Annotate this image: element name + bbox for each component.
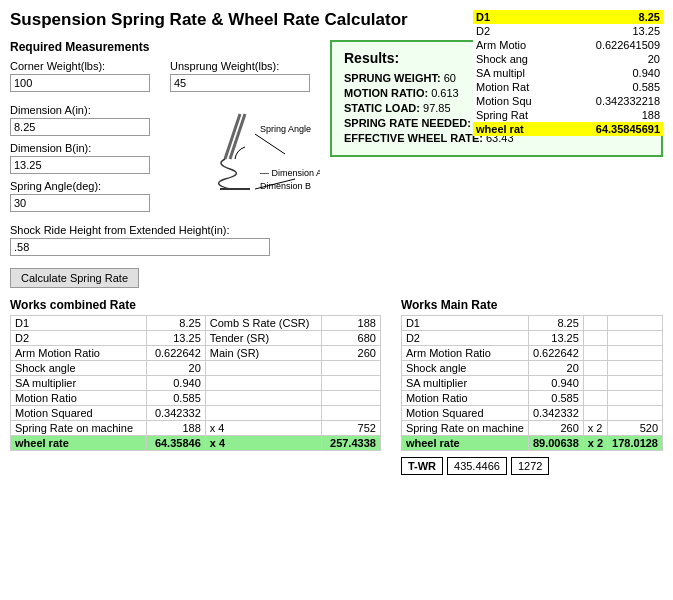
motion-ratio-label: MOTION RATIO:	[344, 87, 428, 99]
row-label: Arm Motion Ratio	[401, 346, 528, 361]
side-row-label: Motion Rat	[473, 80, 562, 94]
row-label: D1	[11, 316, 147, 331]
side-row-value: 188	[562, 108, 663, 122]
row-label: Motion Squared	[11, 406, 147, 421]
row-label: Spring Rate on machine	[11, 421, 147, 436]
dim-a-input[interactable]	[10, 118, 150, 136]
row-value: 89.00638	[528, 436, 583, 451]
table-row: Motion Ratio0.585	[401, 391, 662, 406]
effective-wheel-rate-label: EFFECTIVE WHEEL RATE:	[344, 132, 483, 144]
side-row-label: wheel rat	[473, 122, 562, 136]
col3-value: 188	[322, 316, 381, 331]
motion-ratio-value: 0.613	[431, 87, 459, 99]
col3-value	[608, 391, 663, 406]
table-row: Motion Ratio0.585	[11, 391, 381, 406]
table-row: wheel rate89.00638x 2178.0128	[401, 436, 662, 451]
row-label: Shock angle	[401, 361, 528, 376]
col3-label	[205, 361, 321, 376]
row-label: Arm Motion Ratio	[11, 346, 147, 361]
col3-label	[583, 331, 607, 346]
row-value: 0.585	[528, 391, 583, 406]
side-row-label: D1	[473, 10, 562, 24]
col3-label: x 4	[205, 436, 321, 451]
col3-label: x 2	[583, 436, 607, 451]
col3-label	[583, 346, 607, 361]
side-row-value: 64.35845691	[562, 122, 663, 136]
combined-rate-title: Works combined Rate	[10, 298, 381, 312]
svg-text:Spring Angle: Spring Angle	[260, 124, 311, 134]
row-value: 64.35846	[147, 436, 206, 451]
combined-rate-table: D18.25Comb S Rate (CSR)188D213.25Tender …	[10, 315, 381, 451]
col3-value	[608, 346, 663, 361]
col3-label: Tender (SR)	[205, 331, 321, 346]
dim-b-label: Dimension B(in):	[10, 142, 155, 154]
svg-text:Dimension B: Dimension B	[260, 181, 311, 191]
side-row-value: 0.585	[562, 80, 663, 94]
row-value: 8.25	[147, 316, 206, 331]
unsprung-weight-label: Unsprung Weight(lbs):	[170, 60, 310, 72]
table-row: D213.25Tender (SR)680	[11, 331, 381, 346]
side-row-label: Shock ang	[473, 52, 562, 66]
col3-value: 260	[322, 346, 381, 361]
table-row: Arm Motion Ratio0.622642Main (SR)260	[11, 346, 381, 361]
row-label: D2	[401, 331, 528, 346]
main-rate-title: Works Main Rate	[401, 298, 663, 312]
suspension-diagram: Spring Angle — Dimension A Dimension B	[165, 104, 320, 199]
row-value: 13.25	[147, 331, 206, 346]
unsprung-weight-input[interactable]	[170, 74, 310, 92]
twr-extra: 1272	[511, 457, 549, 475]
row-label: wheel rate	[11, 436, 147, 451]
side-row-value: 0.622641509	[562, 38, 663, 52]
row-value: 20	[528, 361, 583, 376]
corner-weight-input[interactable]	[10, 74, 150, 92]
calculate-button[interactable]: Calculate Spring Rate	[10, 268, 139, 288]
side-row-label: Arm Motio	[473, 38, 562, 52]
sprung-weight-label: SPRUNG WEIGHT:	[344, 72, 441, 84]
side-table-row: D213.25	[473, 24, 663, 38]
main-rate-table: D18.25D213.25Arm Motion Ratio0.622642Sho…	[401, 315, 663, 451]
svg-line-3	[255, 134, 285, 154]
side-table-row: Shock ang20	[473, 52, 663, 66]
table-row: Motion Squared0.342332	[401, 406, 662, 421]
side-table-row: Motion Rat0.585	[473, 80, 663, 94]
table-row: Spring Rate on machine260x 2520	[401, 421, 662, 436]
table-row: SA multiplier0.940	[11, 376, 381, 391]
row-label: SA multiplier	[401, 376, 528, 391]
shock-input[interactable]	[10, 238, 270, 256]
col3-value: 178.0128	[608, 436, 663, 451]
col3-label	[583, 316, 607, 331]
side-row-label: SA multipl	[473, 66, 562, 80]
col3-value	[322, 376, 381, 391]
spring-angle-input[interactable]	[10, 194, 150, 212]
col3-label: Main (SR)	[205, 346, 321, 361]
col3-value: 520	[608, 421, 663, 436]
required-measurements-title: Required Measurements	[10, 40, 320, 54]
side-row-value: 0.940	[562, 66, 663, 80]
combined-rate-section: Works combined Rate D18.25Comb S Rate (C…	[10, 298, 381, 475]
side-table: D18.25D213.25Arm Motio0.622641509Shock a…	[473, 10, 663, 136]
table-row: Spring Rate on machine188x 4752	[11, 421, 381, 436]
col3-label	[583, 376, 607, 391]
col3-label	[205, 376, 321, 391]
side-table-row: Motion Squ0.342332218	[473, 94, 663, 108]
table-row: Arm Motion Ratio0.622642	[401, 346, 662, 361]
row-value: 13.25	[528, 331, 583, 346]
row-value: 0.342332	[528, 406, 583, 421]
main-rate-section: Works Main Rate D18.25D213.25Arm Motion …	[401, 298, 663, 475]
col3-label	[205, 406, 321, 421]
side-table-row: Spring Rat188	[473, 108, 663, 122]
twr-row: T-WR 435.4466 1272	[401, 457, 663, 475]
table-row: D18.25Comb S Rate (CSR)188	[11, 316, 381, 331]
side-table-row: Arm Motio0.622641509	[473, 38, 663, 52]
side-row-value: 8.25	[562, 10, 663, 24]
col3-value	[322, 361, 381, 376]
dim-b-input[interactable]	[10, 156, 150, 174]
col3-label	[583, 391, 607, 406]
col3-label	[583, 361, 607, 376]
side-table-row: wheel rat64.35845691	[473, 122, 663, 136]
static-load-value: 97.85	[423, 102, 451, 114]
row-value: 0.940	[147, 376, 206, 391]
table-row: SA multiplier0.940	[401, 376, 662, 391]
side-row-label: Motion Squ	[473, 94, 562, 108]
side-table-row: D18.25	[473, 10, 663, 24]
